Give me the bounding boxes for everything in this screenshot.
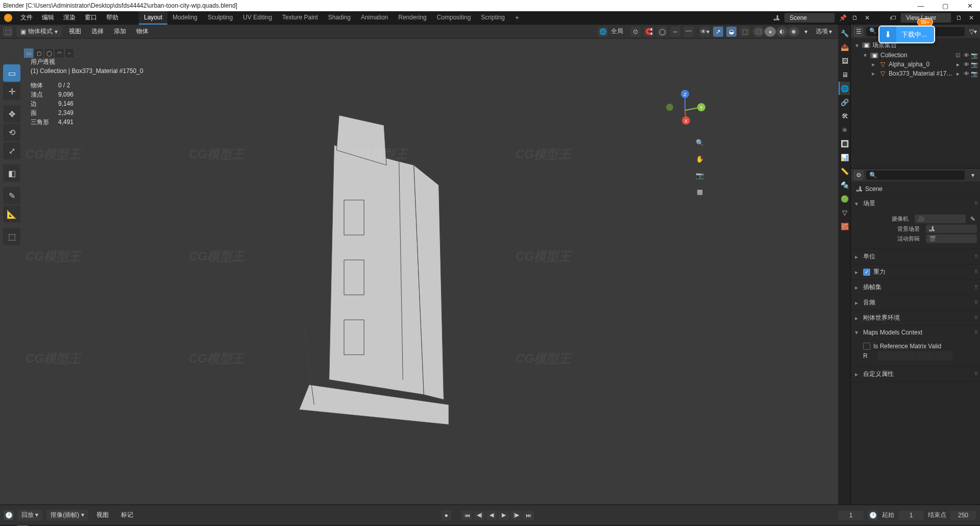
measure-icon[interactable]: 〰: [683, 27, 694, 37]
panel-custom-header[interactable]: ▸自定义属性⠿: [851, 367, 980, 381]
selmode-circle[interactable]: ◯: [44, 48, 54, 58]
tool-select-box[interactable]: ▭: [3, 64, 20, 82]
selmode-tweak[interactable]: ▭: [23, 48, 34, 58]
tool-annotate[interactable]: ✎: [3, 187, 20, 204]
properties-search-input[interactable]: 🔍: [866, 171, 965, 180]
workspace-tab-compositing[interactable]: Compositing: [432, 11, 476, 25]
jump-start-icon[interactable]: ⏮: [461, 511, 473, 520]
scene-name-field[interactable]: Scene: [784, 13, 835, 23]
outliner-filter-icon[interactable]: ▽▾: [968, 27, 978, 36]
prop-tab-8[interactable]: 🔳: [839, 137, 850, 150]
selmode-lasso[interactable]: ◠: [54, 48, 64, 58]
play-reverse-icon[interactable]: ◀: [486, 511, 497, 520]
menu-edit[interactable]: 编辑: [38, 12, 58, 23]
start-frame-field[interactable]: 1: [898, 511, 924, 520]
workspace-tab-uvediting[interactable]: UV Editing: [238, 11, 277, 25]
end-frame-field[interactable]: 250: [950, 511, 976, 520]
gizmo-pivot-icon[interactable]: ↔: [670, 27, 680, 37]
pivot-icon[interactable]: ⊙: [630, 27, 641, 37]
viewlayer-delete-icon[interactable]: ✕: [967, 13, 976, 22]
prop-tab-6[interactable]: 🛠: [839, 109, 850, 123]
timeline-menu-marker[interactable]: 标记: [117, 510, 137, 520]
outliner-object-row[interactable]: ▸ ▽ Box373_Material #17… ▸ 👁 📷: [851, 69, 980, 78]
menu-render[interactable]: 渲染: [59, 12, 80, 23]
tool-rotate[interactable]: ⟲: [3, 124, 20, 141]
keyframe-next-icon[interactable]: |▶: [510, 511, 522, 520]
workspace-tab-texpaint[interactable]: Texture Paint: [277, 11, 323, 25]
camera-field[interactable]: 🎥: [915, 214, 966, 223]
eye-icon[interactable]: 👁: [963, 70, 970, 77]
prop-tab-9[interactable]: 📊: [839, 151, 850, 164]
playback-dropdown[interactable]: 回放 ▾: [17, 510, 42, 520]
scene-pin-icon[interactable]: 📌: [838, 13, 847, 22]
vp-menu-view[interactable]: 视图: [66, 26, 84, 37]
selmode-more[interactable]: ▫: [64, 48, 75, 58]
outliner-editor-icon[interactable]: ☰: [854, 27, 863, 36]
tool-measure[interactable]: 📐: [3, 205, 20, 223]
tool-transform[interactable]: ◧: [3, 164, 20, 182]
eye-icon[interactable]: 👁: [963, 61, 970, 68]
workspace-add-button[interactable]: +: [510, 11, 524, 25]
panel-audio-header[interactable]: ▸音频⠿: [851, 295, 980, 310]
scene-new-icon[interactable]: 🗋: [850, 13, 860, 22]
preview-range-icon[interactable]: 🕐: [868, 510, 878, 520]
shading-matprev[interactable]: ◐: [776, 27, 788, 37]
drag-handle-icon[interactable]: ⠿: [974, 315, 977, 321]
disclosure-icon[interactable]: ▸: [954, 61, 962, 68]
prop-tab-7[interactable]: ⚛: [839, 123, 850, 136]
camera-icon[interactable]: 📷: [971, 70, 978, 77]
axis-gizmo[interactable]: Z Y X: [665, 90, 705, 131]
drag-handle-icon[interactable]: ⠿: [974, 269, 977, 275]
eye-icon[interactable]: 👁: [963, 52, 970, 59]
play-icon[interactable]: ▶: [498, 511, 509, 520]
camera-view-icon[interactable]: 📷: [693, 169, 706, 182]
global-label[interactable]: 全局: [611, 27, 623, 36]
workspace-tab-scripting[interactable]: Scripting: [476, 11, 510, 25]
selmode-box[interactable]: ▢: [34, 48, 44, 58]
shading-chevron-icon[interactable]: ▾: [802, 28, 810, 35]
disclosure-icon[interactable]: ▸: [954, 70, 962, 77]
properties-editor-icon[interactable]: ⚙: [854, 171, 863, 180]
zoom-icon[interactable]: 🔍: [693, 136, 706, 149]
jump-end-icon[interactable]: ⏭: [523, 511, 534, 520]
camera-icon[interactable]: 📷: [971, 61, 978, 68]
prop-tab-10[interactable]: 📏: [839, 164, 850, 178]
activeclip-field[interactable]: 🎬: [926, 234, 977, 243]
viewlayer-new-icon[interactable]: 🗋: [954, 13, 964, 22]
prop-tab-14[interactable]: 🧱: [839, 220, 850, 233]
outliner-object-row[interactable]: ▸ ▽ Alpha_alpha_0 ▸ 👁 📷: [851, 60, 980, 69]
outliner-collection-row[interactable]: ▾ ▣ Collection ☑ 👁 📷: [851, 51, 980, 60]
panel-rigid-header[interactable]: ▸刚体世界环境⠿: [851, 310, 980, 325]
timeline-menu-view[interactable]: 视图: [92, 510, 113, 520]
workspace-tab-sculpting[interactable]: Sculpting: [203, 11, 238, 25]
drag-handle-icon[interactable]: ⠿: [974, 201, 977, 206]
workspace-tab-modeling[interactable]: Modeling: [167, 11, 203, 25]
tool-move[interactable]: ✥: [3, 105, 20, 123]
mode-dropdown[interactable]: ▣ 物体模式 ▾: [16, 26, 62, 37]
autokey-icon[interactable]: ●: [441, 510, 451, 520]
prop-tab-1[interactable]: 📤: [839, 40, 850, 54]
vp-menu-add[interactable]: 添加: [111, 26, 129, 37]
viewlayer-browse-icon[interactable]: 🏷: [888, 13, 897, 22]
timeline-editor-icon[interactable]: 🕐: [4, 511, 13, 520]
snap-icon[interactable]: 🧲: [644, 27, 654, 37]
scene-delete-icon[interactable]: ✕: [863, 13, 872, 22]
prop-tab-3[interactable]: 🖥: [839, 68, 850, 81]
menu-window[interactable]: 窗口: [81, 12, 101, 23]
blender-logo-icon[interactable]: [4, 14, 12, 22]
shading-rendered[interactable]: ◉: [788, 27, 799, 37]
checkbox-icon[interactable]: ☑: [954, 52, 962, 59]
shading-wireframe[interactable]: ⬚: [753, 27, 764, 37]
drag-handle-icon[interactable]: ⠿: [974, 284, 977, 290]
panel-keying-header[interactable]: ▸插帧集⠿: [851, 280, 980, 295]
menu-file[interactable]: 文件: [16, 12, 37, 23]
panel-maps-header[interactable]: ▾Maps Models Context⠿: [851, 326, 980, 339]
prop-tab-12[interactable]: 🟢: [839, 192, 850, 205]
options-dropdown[interactable]: 选项 ▾: [813, 26, 835, 37]
tool-add-cube[interactable]: ⬚: [3, 228, 20, 245]
overlays-toggle-icon[interactable]: ◒: [726, 27, 737, 37]
drag-handle-icon[interactable]: ⠿: [974, 254, 977, 259]
maximize-button[interactable]: ▢: [938, 2, 952, 10]
tool-cursor[interactable]: ✛: [3, 83, 20, 100]
perspective-toggle-icon[interactable]: ▦: [693, 185, 706, 198]
